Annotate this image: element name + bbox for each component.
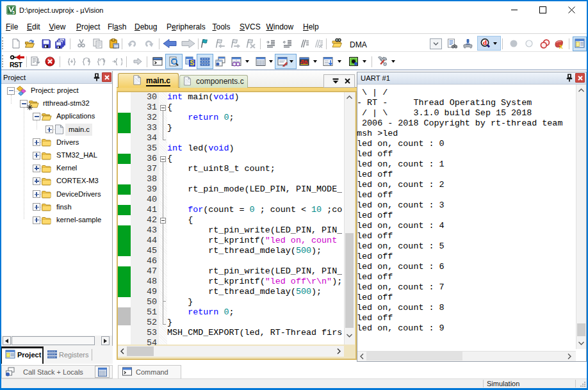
svg-text:5: 5 — [12, 10, 15, 15]
svg-text:S: S — [190, 59, 195, 67]
svg-text:RST: RST — [10, 61, 22, 69]
svg-text:d: d — [483, 38, 487, 46]
svg-text:x: x — [559, 42, 564, 49]
